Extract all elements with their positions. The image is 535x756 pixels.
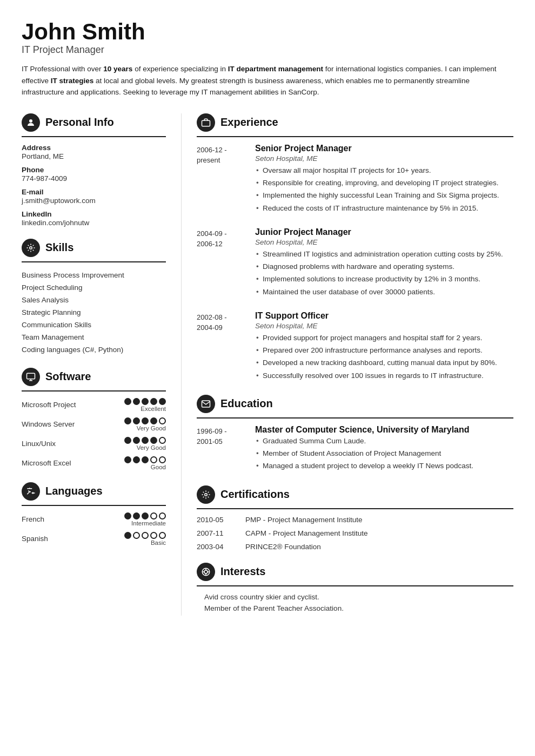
dot-empty: [150, 456, 157, 463]
software-row: Microsoft Excel Good: [22, 456, 166, 470]
cert-name: PRINCE2® Foundation: [245, 543, 321, 551]
phone-label: Phone: [22, 166, 166, 174]
language-name: Spanish: [22, 535, 65, 543]
skills-header: Skills: [22, 239, 166, 257]
dot-empty: [150, 512, 157, 519]
dot-filled: [150, 398, 157, 405]
interest-item: Member of the Parent Teacher Association…: [197, 604, 513, 612]
entry-content: Junior Project Manager Seton Hospital, M…: [255, 227, 513, 299]
bullet-item: Reduced the costs of IT infrastructure m…: [255, 203, 513, 214]
cert-row: 2003-04 PRINCE2® Foundation: [197, 543, 513, 551]
svg-rect-3: [202, 120, 210, 126]
education-icon: [197, 395, 215, 413]
address-label: Address: [22, 144, 166, 152]
interests-divider: [197, 585, 513, 586]
entry-content: IT Support Officer Seton Hospital, ME Pr…: [255, 311, 513, 383]
software-level: Good: [124, 456, 166, 470]
certifications-header: Certifications: [197, 485, 513, 504]
dot-filled: [124, 417, 131, 424]
entry-company: Seton Hospital, ME: [255, 154, 513, 163]
cert-name: CAPM - Project Management Institute: [245, 529, 368, 537]
certifications-list: 2010-05 PMP - Project Management Institu…: [197, 516, 513, 551]
software-name: Microsoft Project: [22, 401, 81, 409]
experience-entry: 2004-09 -2006-12 Junior Project Manager …: [197, 227, 513, 299]
language-row: French Intermediate: [22, 512, 166, 526]
cert-date: 2010-05: [197, 516, 236, 524]
interests-list: Avid cross country skier and cyclist. Me…: [197, 593, 513, 612]
dot-filled: [142, 398, 149, 405]
skill-item: Strategic Planning: [22, 306, 166, 319]
dot-filled: [133, 437, 140, 444]
skills-list: Business Process Improvement Project Sch…: [22, 269, 166, 356]
cert-date: 2007-11: [197, 529, 236, 537]
software-row: Microsoft Project Excellent: [22, 398, 166, 412]
entry-bullets: Provided support for project managers an…: [255, 333, 513, 381]
languages-divider: [22, 505, 166, 506]
software-header: Software: [22, 368, 166, 386]
entry-bullets: Streamlined IT logistics and administrat…: [255, 249, 513, 298]
entry-job-title: Senior Project Manager: [255, 144, 513, 153]
education-entry: 1996-09 -2001-05 Master of Computer Scie…: [197, 425, 513, 474]
linkedin-value: linkedin.com/johnutw: [22, 219, 166, 227]
entry-bullets: Oversaw all major hospital IT projects f…: [255, 165, 513, 214]
skill-item: Project Scheduling: [22, 281, 166, 294]
software-divider: [22, 390, 166, 392]
education-header: Education: [197, 395, 513, 413]
candidate-name: John Smith: [22, 19, 513, 44]
software-name: Linux/Unix: [22, 440, 81, 448]
dot-filled: [124, 437, 131, 444]
entry-bullets: Graduated Summa Cum Laude. Member of Stu…: [255, 436, 513, 472]
address-value: Portland, ME: [22, 152, 166, 160]
certifications-icon: [197, 485, 215, 504]
dot-filled: [124, 456, 131, 463]
dot-filled: [142, 456, 149, 463]
summary-text: IT Professional with over 10 years of ex…: [22, 63, 513, 98]
interests-header: Interests: [197, 563, 513, 581]
skill-item: Team Management: [22, 331, 166, 343]
software-title: Software: [45, 370, 91, 383]
cert-row: 2010-05 PMP - Project Management Institu…: [197, 516, 513, 524]
languages-header: Languages: [22, 482, 166, 501]
bullet-item: Responsible for creating, improving, and…: [255, 178, 513, 188]
dot-empty: [159, 456, 166, 463]
dot-empty: [159, 417, 166, 424]
bullet-item: Implemented solutions to increase produc…: [255, 274, 513, 285]
experience-entry: 2002-08 -2004-09 IT Support Officer Seto…: [197, 311, 513, 383]
education-divider: [197, 417, 513, 418]
skill-item: Sales Analysis: [22, 294, 166, 306]
personal-info-divider: [22, 136, 166, 137]
entry-date: 2002-08 -2004-09: [197, 311, 245, 383]
software-row: Linux/Unix Very Good: [22, 437, 166, 451]
level-label: Basic: [151, 539, 166, 546]
dot-empty: [159, 512, 166, 519]
entry-date: 2004-09 -2006-12: [197, 227, 245, 299]
entry-company: Seton Hospital, ME: [255, 322, 513, 330]
level-label: Excellent: [141, 406, 166, 412]
dot-filled: [133, 417, 140, 424]
dot-empty: [142, 532, 149, 539]
phone-value: 774-987-4009: [22, 174, 166, 183]
language-level: Intermediate: [124, 512, 166, 526]
resume-header: John Smith IT Project Manager IT Profess…: [22, 19, 513, 98]
dot-filled: [159, 398, 166, 405]
dot-filled: [133, 398, 140, 405]
bullet-item: Maintained the user database of over 300…: [255, 287, 513, 298]
personal-info-title: Personal Info: [45, 116, 114, 129]
bullet-item: Oversaw all major hospital IT projects f…: [255, 165, 513, 176]
software-row: Windows Server Very Good: [22, 417, 166, 431]
bullet-item: Implemented the highly successful Lean T…: [255, 190, 513, 201]
languages-icon: [22, 482, 40, 501]
skills-icon: [22, 239, 40, 257]
bullet-item: Diagnosed problems with hardware and ope…: [255, 261, 513, 272]
experience-header: Experience: [197, 113, 513, 132]
interests-title: Interests: [220, 565, 265, 578]
bullet-item: Streamlined IT logistics and administrat…: [255, 249, 513, 260]
skills-divider: [22, 261, 166, 262]
right-column: Experience 2006-12 -present Senior Proje…: [181, 113, 513, 616]
interests-icon: [197, 563, 215, 581]
skills-title: Skills: [45, 241, 73, 254]
education-title: Education: [220, 397, 273, 410]
personal-info-header: Personal Info: [22, 113, 166, 132]
linkedin-label: LinkedIn: [22, 210, 166, 218]
dot-empty: [133, 532, 140, 539]
